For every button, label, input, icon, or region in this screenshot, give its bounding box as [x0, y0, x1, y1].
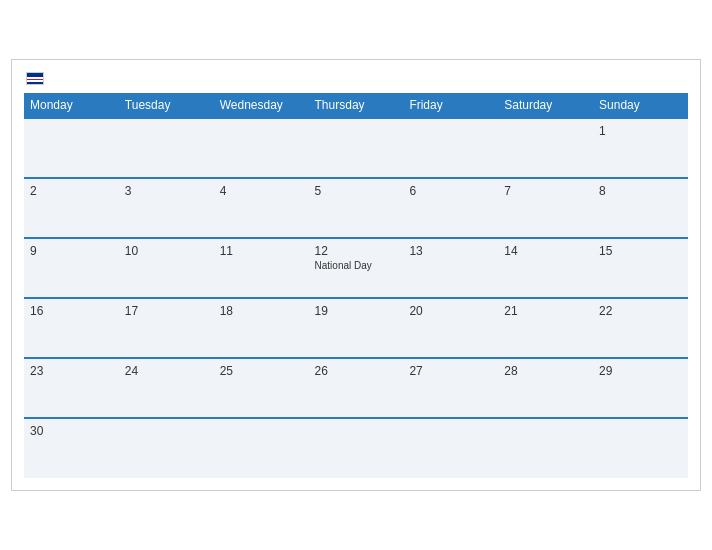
calendar-cell: 8 — [593, 178, 688, 238]
day-number: 9 — [30, 244, 113, 258]
calendar-cell: 15 — [593, 238, 688, 298]
day-number: 11 — [220, 244, 303, 258]
calendar-cell: 14 — [498, 238, 593, 298]
calendar-cell: 1 — [593, 118, 688, 178]
calendar-cell: 10 — [119, 238, 214, 298]
calendar-header — [24, 70, 688, 85]
day-number: 15 — [599, 244, 682, 258]
calendar-cell: 22 — [593, 298, 688, 358]
weekday-header: Monday — [24, 93, 119, 118]
calendar-week-row: 2345678 — [24, 178, 688, 238]
calendar-cell: 4 — [214, 178, 309, 238]
calendar-cell — [403, 118, 498, 178]
calendar-cell: 25 — [214, 358, 309, 418]
day-number: 24 — [125, 364, 208, 378]
day-number: 14 — [504, 244, 587, 258]
day-number: 6 — [409, 184, 492, 198]
calendar-cell — [403, 418, 498, 478]
calendar-cell — [214, 418, 309, 478]
day-number: 7 — [504, 184, 587, 198]
calendar-grid: MondayTuesdayWednesdayThursdayFridaySatu… — [24, 93, 688, 478]
calendar-cell: 23 — [24, 358, 119, 418]
weekday-header: Thursday — [309, 93, 404, 118]
calendar-cell: 28 — [498, 358, 593, 418]
calendar-cell: 6 — [403, 178, 498, 238]
calendar-cell — [498, 118, 593, 178]
day-number: 3 — [125, 184, 208, 198]
calendar-cell: 3 — [119, 178, 214, 238]
day-number: 18 — [220, 304, 303, 318]
calendar-cell — [24, 118, 119, 178]
weekday-header: Wednesday — [214, 93, 309, 118]
calendar-cell — [498, 418, 593, 478]
calendar-week-row: 1 — [24, 118, 688, 178]
day-number: 19 — [315, 304, 398, 318]
weekday-header: Tuesday — [119, 93, 214, 118]
calendar-cell: 20 — [403, 298, 498, 358]
calendar-cell — [309, 418, 404, 478]
calendar-cell: 24 — [119, 358, 214, 418]
weekday-header: Sunday — [593, 93, 688, 118]
day-number: 10 — [125, 244, 208, 258]
weekday-row: MondayTuesdayWednesdayThursdayFridaySatu… — [24, 93, 688, 118]
calendar-weekdays: MondayTuesdayWednesdayThursdayFridaySatu… — [24, 93, 688, 118]
weekday-header: Friday — [403, 93, 498, 118]
day-number: 4 — [220, 184, 303, 198]
calendar-week-row: 9101112National Day131415 — [24, 238, 688, 298]
calendar-container: MondayTuesdayWednesdayThursdayFridaySatu… — [11, 59, 701, 491]
logo-flag-icon — [26, 72, 44, 85]
weekday-header: Saturday — [498, 93, 593, 118]
calendar-cell: 5 — [309, 178, 404, 238]
calendar-body: 123456789101112National Day1314151617181… — [24, 118, 688, 478]
day-number: 29 — [599, 364, 682, 378]
calendar-cell — [119, 418, 214, 478]
calendar-cell: 30 — [24, 418, 119, 478]
day-number: 27 — [409, 364, 492, 378]
calendar-cell: 29 — [593, 358, 688, 418]
logo — [24, 70, 44, 85]
day-number: 21 — [504, 304, 587, 318]
calendar-week-row: 30 — [24, 418, 688, 478]
day-number: 12 — [315, 244, 398, 258]
calendar-cell: 7 — [498, 178, 593, 238]
calendar-cell: 21 — [498, 298, 593, 358]
day-number: 8 — [599, 184, 682, 198]
calendar-week-row: 23242526272829 — [24, 358, 688, 418]
calendar-cell: 11 — [214, 238, 309, 298]
day-number: 30 — [30, 424, 113, 438]
day-number: 13 — [409, 244, 492, 258]
day-number: 25 — [220, 364, 303, 378]
day-number: 23 — [30, 364, 113, 378]
calendar-cell: 16 — [24, 298, 119, 358]
calendar-cell — [119, 118, 214, 178]
calendar-cell: 26 — [309, 358, 404, 418]
calendar-cell: 9 — [24, 238, 119, 298]
day-number: 20 — [409, 304, 492, 318]
day-number: 16 — [30, 304, 113, 318]
calendar-cell — [309, 118, 404, 178]
day-number: 1 — [599, 124, 682, 138]
day-number: 5 — [315, 184, 398, 198]
event-label: National Day — [315, 260, 398, 271]
day-number: 17 — [125, 304, 208, 318]
day-number: 2 — [30, 184, 113, 198]
day-number: 22 — [599, 304, 682, 318]
calendar-cell: 27 — [403, 358, 498, 418]
calendar-cell — [593, 418, 688, 478]
calendar-cell: 13 — [403, 238, 498, 298]
calendar-cell: 18 — [214, 298, 309, 358]
calendar-cell: 12National Day — [309, 238, 404, 298]
calendar-week-row: 16171819202122 — [24, 298, 688, 358]
calendar-cell — [214, 118, 309, 178]
day-number: 26 — [315, 364, 398, 378]
calendar-cell: 17 — [119, 298, 214, 358]
calendar-cell: 19 — [309, 298, 404, 358]
logo-line — [24, 70, 44, 85]
calendar-cell: 2 — [24, 178, 119, 238]
day-number: 28 — [504, 364, 587, 378]
